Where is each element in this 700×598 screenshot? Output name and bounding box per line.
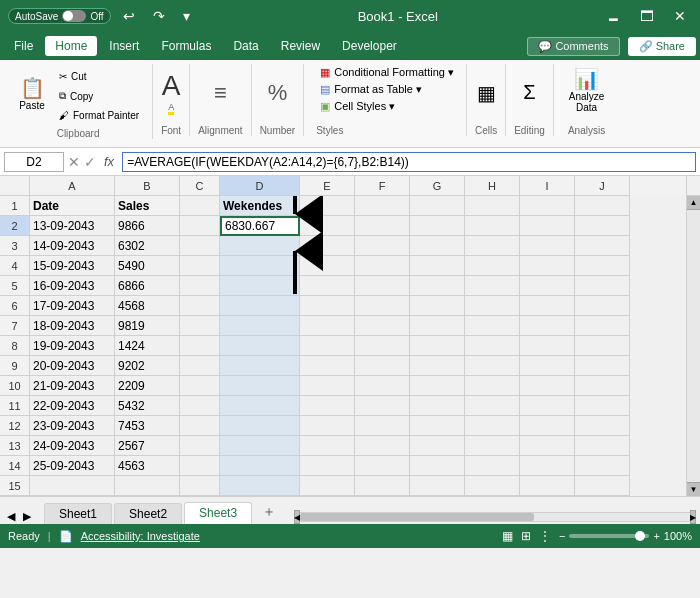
cell-c15[interactable] [180,476,220,496]
quick-access-more[interactable]: ▾ [177,6,196,26]
cell-b5[interactable]: 6866 [115,276,180,296]
cell-b8[interactable]: 1424 [115,336,180,356]
cell-e8[interactable] [300,336,355,356]
cell-d12[interactable] [220,416,300,436]
cell-d8[interactable] [220,336,300,356]
maximize-button[interactable]: 🗖 [634,6,660,26]
cell-i1[interactable] [520,196,575,216]
cell-j13[interactable] [575,436,630,456]
cell-f6[interactable] [355,296,410,316]
cell-j10[interactable] [575,376,630,396]
cell-i14[interactable] [520,456,575,476]
row-header-11[interactable]: 11 [0,396,30,416]
menu-home[interactable]: Home [45,36,97,56]
cell-h9[interactable] [465,356,520,376]
cell-f3[interactable] [355,236,410,256]
autosave-badge[interactable]: AutoSave Off [8,8,111,24]
cell-a11[interactable]: 22-09-2043 [30,396,115,416]
cell-j7[interactable] [575,316,630,336]
zoom-minus[interactable]: − [559,530,565,542]
cell-i7[interactable] [520,316,575,336]
cell-g2[interactable] [410,216,465,236]
copy-button[interactable]: ⧉ Copy [54,87,144,105]
comments-button[interactable]: 💬 Comments [527,37,619,56]
cell-j1[interactable] [575,196,630,216]
row-header-3[interactable]: 3 [0,236,30,256]
autosave-toggle[interactable] [62,10,86,22]
cell-e12[interactable] [300,416,355,436]
cell-c14[interactable] [180,456,220,476]
col-header-b[interactable]: B [115,176,180,196]
cell-c2[interactable] [180,216,220,236]
cell-e3[interactable] [300,236,355,256]
cell-a2[interactable]: 13-09-2043 [30,216,115,236]
cell-j15[interactable] [575,476,630,496]
cell-f14[interactable] [355,456,410,476]
cell-c9[interactable] [180,356,220,376]
cell-h7[interactable] [465,316,520,336]
cell-g5[interactable] [410,276,465,296]
cell-i12[interactable] [520,416,575,436]
cell-e7[interactable] [300,316,355,336]
cell-e11[interactable] [300,396,355,416]
cell-b14[interactable]: 4563 [115,456,180,476]
cell-j14[interactable] [575,456,630,476]
row-header-7[interactable]: 7 [0,316,30,336]
cell-g4[interactable] [410,256,465,276]
cell-a13[interactable]: 24-09-2043 [30,436,115,456]
cell-e6[interactable] [300,296,355,316]
row-header-13[interactable]: 13 [0,436,30,456]
cell-i6[interactable] [520,296,575,316]
cell-e9[interactable] [300,356,355,376]
cell-f13[interactable] [355,436,410,456]
row-header-8[interactable]: 8 [0,336,30,356]
cell-h6[interactable] [465,296,520,316]
cell-j6[interactable] [575,296,630,316]
cell-b6[interactable]: 4568 [115,296,180,316]
cell-a9[interactable]: 20-09-2043 [30,356,115,376]
cell-d10[interactable] [220,376,300,396]
cell-j5[interactable] [575,276,630,296]
row-header-9[interactable]: 9 [0,356,30,376]
menu-file[interactable]: File [4,36,43,56]
view-normal-icon[interactable]: ▦ [502,529,513,543]
cell-d5[interactable] [220,276,300,296]
cell-h13[interactable] [465,436,520,456]
cell-a15[interactable] [30,476,115,496]
add-sheet-button[interactable]: ＋ [254,500,284,524]
cell-d3[interactable] [220,236,300,256]
row-header-10[interactable]: 10 [0,376,30,396]
cell-a7[interactable]: 18-09-2043 [30,316,115,336]
cell-b11[interactable]: 5432 [115,396,180,416]
cell-f5[interactable] [355,276,410,296]
cell-d7[interactable] [220,316,300,336]
minimize-button[interactable]: 🗕 [600,6,626,26]
cell-a14[interactable]: 25-09-2043 [30,456,115,476]
cell-e10[interactable] [300,376,355,396]
cell-g7[interactable] [410,316,465,336]
cell-a12[interactable]: 23-09-2043 [30,416,115,436]
cell-i3[interactable] [520,236,575,256]
menu-insert[interactable]: Insert [99,36,149,56]
col-header-g[interactable]: G [410,176,465,196]
cell-g6[interactable] [410,296,465,316]
cell-b10[interactable]: 2209 [115,376,180,396]
format-table-button[interactable]: ▤ Format as Table ▾ [316,81,426,98]
cell-reference-box[interactable]: D2 [4,152,64,172]
cell-c1[interactable] [180,196,220,216]
cell-g13[interactable] [410,436,465,456]
cell-d11[interactable] [220,396,300,416]
row-header-14[interactable]: 14 [0,456,30,476]
conditional-formatting-button[interactable]: ▦ Conditional Formatting ▾ [316,64,458,81]
cell-e15[interactable] [300,476,355,496]
col-header-i[interactable]: I [520,176,575,196]
cell-h15[interactable] [465,476,520,496]
cell-c13[interactable] [180,436,220,456]
cell-a4[interactable]: 15-09-2043 [30,256,115,276]
cell-d4[interactable] [220,256,300,276]
cell-a5[interactable]: 16-09-2043 [30,276,115,296]
cell-h1[interactable] [465,196,520,216]
cell-c7[interactable] [180,316,220,336]
cell-d6[interactable] [220,296,300,316]
redo-button[interactable]: ↷ [147,6,171,26]
